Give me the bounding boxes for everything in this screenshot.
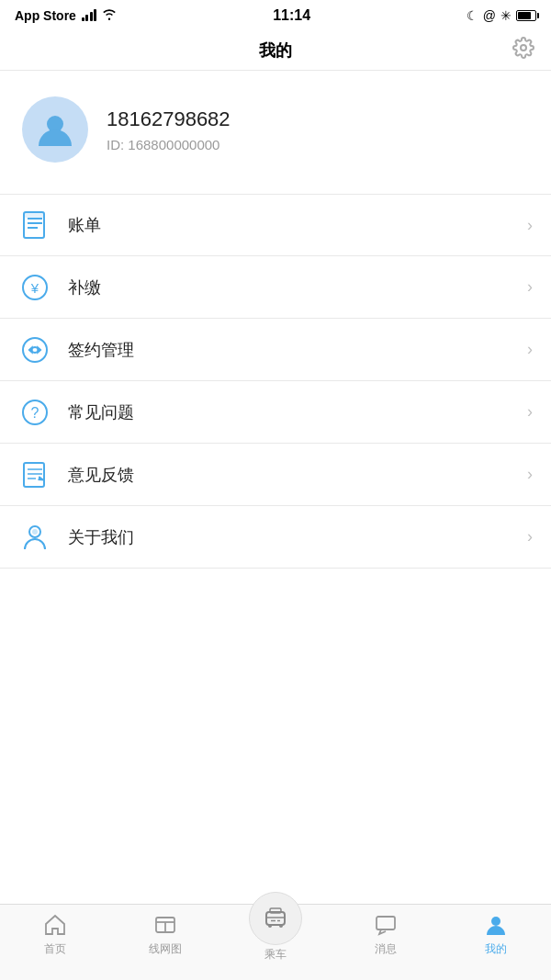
tab-label-message: 消息 (375, 941, 397, 957)
menu-label-feedback: 意见反馈 (68, 464, 527, 486)
page-title: 我的 (259, 39, 292, 62)
tab-map[interactable]: 线网图 (110, 912, 220, 957)
chevron-right-icon: › (527, 340, 533, 359)
profile-section: 18162798682 ID: 168800000000 (0, 71, 551, 185)
chevron-right-icon: › (527, 216, 533, 235)
menu-item-bill[interactable]: 账单 › (0, 194, 551, 256)
about-icon (18, 521, 51, 554)
status-left: App Store (15, 8, 117, 23)
menu-label-contract: 签约管理 (68, 339, 527, 361)
at-icon: @ (483, 8, 496, 23)
nav-bar: 我的 (0, 30, 551, 71)
map-icon (152, 912, 178, 938)
svg-point-9 (23, 338, 47, 362)
svg-rect-27 (270, 908, 281, 913)
menu-item-feedback[interactable]: 意见反馈 › (0, 444, 551, 506)
carrier-text: App Store (15, 8, 76, 23)
tab-label-ride: 乘车 (264, 947, 287, 963)
contract-icon (18, 333, 51, 366)
menu-item-repay[interactable]: ¥ 补缴 › (0, 256, 551, 319)
tab-ride[interactable]: 乘车 (220, 892, 331, 963)
settings-button[interactable] (512, 37, 534, 64)
menu-label-about: 关于我们 (68, 526, 527, 548)
tab-message[interactable]: 消息 (331, 912, 441, 957)
feedback-icon (18, 458, 51, 491)
ride-circle (249, 892, 302, 945)
status-right: ☾ @ ✳ (467, 8, 536, 23)
tab-bar: 首页 线网图 乘车 (0, 904, 551, 980)
bluetooth-icon: ✳ (500, 8, 512, 23)
profile-id: ID: 168800000000 (107, 137, 231, 152)
profile-info: 18162798682 ID: 168800000000 (107, 107, 231, 152)
home-icon (42, 912, 68, 938)
svg-rect-23 (266, 912, 285, 925)
menu-item-contract[interactable]: 签约管理 › (0, 319, 551, 381)
tab-label-home: 首页 (44, 941, 66, 957)
avatar (22, 96, 88, 163)
menu-label-repay: 补缴 (68, 276, 527, 299)
profile-phone: 18162798682 (107, 107, 231, 131)
bill-icon (18, 208, 51, 242)
chevron-right-icon: › (527, 527, 533, 546)
menu-label-faq: 常见问题 (68, 401, 527, 423)
svg-rect-6 (24, 212, 44, 218)
svg-point-0 (521, 45, 526, 51)
yuan-icon: ¥ (18, 271, 51, 304)
chevron-right-icon: › (527, 402, 533, 422)
chevron-right-icon: › (527, 277, 533, 297)
wifi-icon (102, 8, 117, 23)
svg-rect-30 (377, 917, 395, 929)
svg-point-31 (491, 917, 500, 926)
battery-icon (516, 10, 536, 21)
svg-point-26 (279, 924, 283, 928)
moon-icon: ☾ (467, 8, 478, 23)
svg-text:?: ? (31, 405, 39, 421)
tab-home[interactable]: 首页 (0, 912, 110, 957)
tab-label-mine: 我的 (485, 941, 507, 957)
svg-point-19 (32, 529, 38, 535)
svg-text:¥: ¥ (30, 280, 39, 296)
chevron-right-icon: › (527, 465, 533, 484)
svg-point-25 (268, 924, 272, 928)
mine-icon (483, 912, 509, 938)
time-display: 11:14 (273, 7, 310, 24)
signal-icon (82, 10, 97, 21)
menu-item-faq[interactable]: ? 常见问题 › (0, 381, 551, 444)
svg-rect-13 (24, 463, 44, 487)
message-icon (373, 912, 399, 938)
menu-label-bill: 账单 (68, 214, 527, 236)
tab-mine[interactable]: 我的 (441, 912, 551, 957)
tab-label-map: 线网图 (149, 941, 182, 957)
menu-list: 账单 › ¥ 补缴 › 签约管理 › (0, 194, 551, 569)
status-bar: App Store 11:14 ☾ @ ✳ (0, 0, 551, 30)
question-icon: ? (18, 396, 51, 429)
menu-item-about[interactable]: 关于我们 › (0, 506, 551, 569)
